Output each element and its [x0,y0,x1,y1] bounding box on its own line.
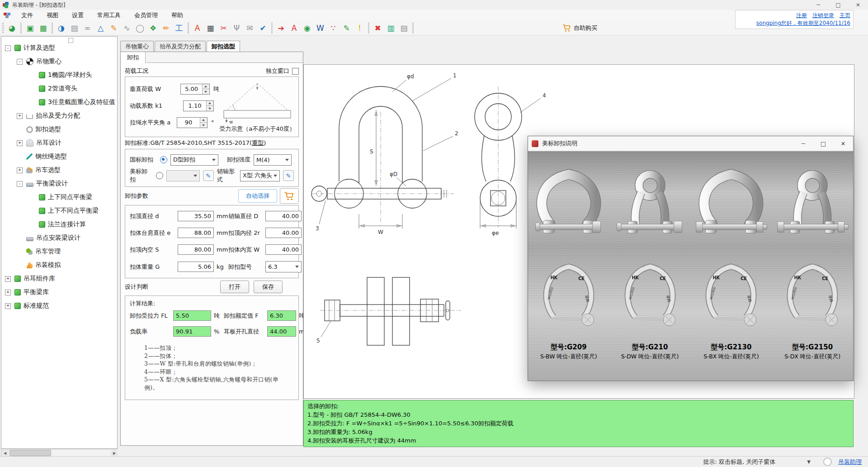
sidebar-item[interactable]: 吊耳组件库 [1,272,117,286]
tree-expander-icon[interactable] [5,303,11,309]
ellipse-icon[interactable]: ◯ [133,22,146,35]
account-link[interactable]: 注销登录 [812,12,834,19]
sidebar-item[interactable]: 上下不同点平衡梁 [1,204,117,218]
gb-shackle-radio[interactable] [160,156,167,163]
close-button[interactable]: ✕ [848,0,868,10]
mail-icon[interactable]: ✉ [243,22,256,35]
tree-expander-icon[interactable] [17,181,23,187]
pie-view-icon[interactable]: ◑ [55,22,68,35]
menu-item[interactable]: 常用工具 [90,10,127,21]
chevron-down-icon[interactable]: ▼ [807,459,811,464]
param-input[interactable]: 88.00 [178,228,214,238]
tree-expander-icon[interactable] [17,167,23,173]
self-purchase-button[interactable]: 自助购买 [559,22,601,34]
menu-item[interactable]: 视图 [40,10,65,21]
sidebar-item[interactable]: 1椭圆/半球封头 [1,68,117,82]
scroll-left-arrow-icon[interactable]: ◀ [1,450,9,456]
buy-shackle-button[interactable] [280,188,299,204]
tree-expander-icon[interactable] [17,59,23,65]
param-input[interactable]: 40.00 [265,211,302,221]
param-input[interactable]: 5.06 [178,262,214,272]
param-input[interactable]: 40.00 [265,228,302,238]
independent-window-checkbox[interactable] [292,68,299,75]
sidebar-item[interactable]: 吊点安装梁设计 [1,231,117,245]
strength-dropdown[interactable]: M(4) [254,154,292,166]
step-up-icon[interactable] [200,118,207,123]
account-link[interactable]: 注册 [796,12,807,19]
main-tab[interactable]: 抬吊及受力分配 [155,41,206,52]
font-icon[interactable]: A [288,22,301,35]
sidebar-item[interactable]: 计算及选型 [1,41,117,55]
warning-icon[interactable]: ! [353,22,366,35]
sidebar-item[interactable]: 法兰连接计算 [1,218,117,231]
word-icon[interactable]: W [314,22,327,35]
menu-item[interactable]: 设置 [65,10,90,21]
compass-font-icon[interactable]: A [191,22,204,35]
open-button[interactable]: 打开 [220,281,249,293]
sidebar-item[interactable]: 3任意截面重心及特征值 [1,95,117,109]
auto-select-button[interactable]: 自动选择 [238,189,277,203]
splitter-grip[interactable] [68,38,73,43]
gear-icon[interactable]: ❖ [146,22,160,35]
clipboard-icon[interactable]: ▤ [397,22,410,35]
menu-item[interactable]: 会员管理 [127,10,165,21]
pipette-icon[interactable]: Ψ [230,22,243,35]
step-down-icon[interactable] [203,89,209,94]
us-info-button[interactable]: ✎ [203,170,214,181]
sidebar-item[interactable]: 卸扣选型 [1,123,117,136]
tree-expander-icon[interactable] [5,290,11,295]
step-up-icon[interactable] [207,101,213,106]
dynamic-factor-stepper[interactable]: 1.10 [183,100,214,111]
sidebar-item[interactable]: 平衡梁设计 [1,177,117,191]
print-icon[interactable]: ▤ [68,22,81,35]
sidebar-item[interactable]: 吊装模拟 [1,258,117,272]
rope-angle-stepper[interactable]: 90 [177,117,208,128]
maximize-button[interactable]: □ [828,0,848,10]
note-icon[interactable]: ✎ [340,22,353,35]
us-shackle-radio[interactable] [156,172,163,179]
sidebar-item[interactable]: 抬吊及受力分配 [1,109,117,123]
pin-tool-button[interactable]: ✎ [283,170,294,181]
sidebar-item[interactable]: 吊耳设计 [1,136,117,150]
sidebar-item[interactable]: 钢丝绳选型 [1,150,117,163]
dots-icon[interactable]: ∵ [327,22,340,35]
brand-link[interactable]: 吊装助理 [838,458,862,466]
brush-icon[interactable]: ✏ [160,22,173,35]
scroll-right-arrow-icon[interactable]: ▶ [111,450,118,456]
check-icon[interactable]: ✔ [256,22,269,35]
minimize-button[interactable]: ─ [808,0,828,10]
save-button[interactable]: 保存 [254,281,283,293]
param-input[interactable]: 40.00 [265,244,302,255]
step-down-icon[interactable] [200,122,207,128]
open-project-icon[interactable]: ◕ [5,22,19,35]
gb-type-dropdown[interactable]: D型卸扣 [170,154,218,166]
param-input[interactable]: 80.00 [178,244,214,255]
pencil-icon[interactable]: ✎ [107,22,120,35]
delete-icon[interactable]: ✖ [371,22,384,35]
account-link[interactable]: 主页 [840,12,850,19]
account-greeting[interactable]: songping您好，有效期至2040/11/16 [756,19,850,27]
export-icon[interactable]: ➔ [274,22,288,35]
main-tab[interactable]: 吊物重心 [120,41,154,52]
hook-icon[interactable]: ∿ [120,22,133,35]
vertical-load-stepper[interactable]: 5.00 [180,84,210,95]
sidebar-item[interactable]: 吊车选型 [1,163,117,177]
us-type-dropdown[interactable] [166,170,199,181]
tree-expander-icon[interactable] [17,140,23,146]
sidebar-item[interactable]: 吊物重心 [1,55,117,68]
float-window-titlebar[interactable]: 美标卸扣说明 ─ □ ✕ [528,136,853,151]
calculator-icon[interactable]: ▦ [204,22,217,35]
tree-expander-icon[interactable] [17,113,23,119]
main-tab[interactable]: 卸扣选型 [207,41,240,52]
ibeam-icon[interactable]: 工 [173,22,186,35]
tree-expander-icon[interactable] [5,276,11,282]
book-icon[interactable]: ▥ [384,22,397,35]
tree-expander-icon[interactable] [5,45,11,51]
heavy-type-link[interactable]: 重型 [252,139,264,147]
step-up-icon[interactable] [203,84,209,89]
globe-icon[interactable]: ◉ [301,22,314,35]
sidebar-item[interactable]: 2管道弯头 [1,82,117,95]
float-maximize-button[interactable]: □ [813,137,833,151]
menu-item[interactable]: 帮助 [165,10,190,21]
step-down-icon[interactable] [207,105,213,111]
